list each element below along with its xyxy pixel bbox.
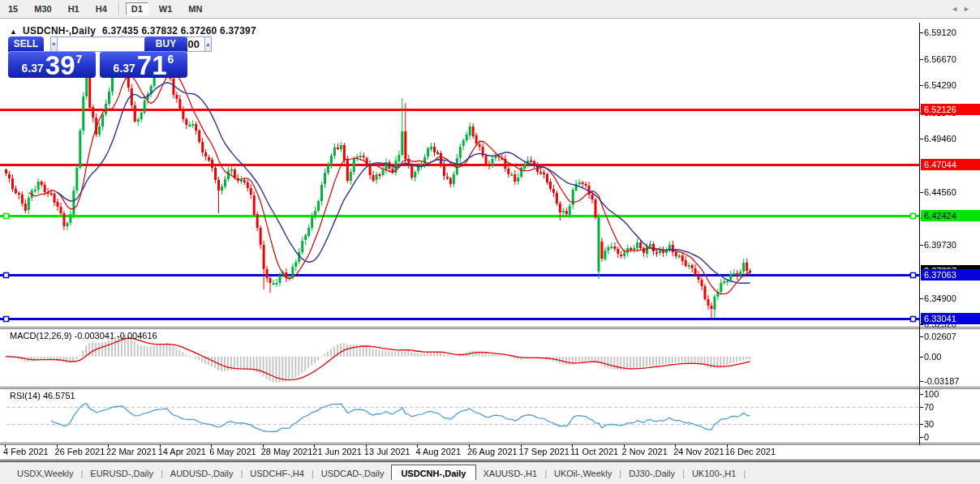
price-axis-tick: 6.54290 [924, 80, 980, 90]
macd-axis-tick: -0.03187 [924, 376, 980, 386]
hline-price-label: 6.47044 [921, 159, 980, 170]
volume-increase-button[interactable]: ▲ [204, 36, 212, 52]
macd-label: MACD(12,26,9) -0.003041 -0.004616 [10, 331, 157, 341]
buy-price-sup: 6 [168, 53, 174, 66]
date-axis-label: 6 May 2021 [209, 447, 256, 456]
buy-price-prefix: 6.37 [114, 62, 135, 75]
buy-price-big: 71 [137, 54, 167, 78]
chart-tab-usdcnh-daily[interactable]: USDCNH-,Daily [391, 465, 475, 482]
hline-price-label: 6.42424 [921, 210, 980, 221]
date-axis-label: 4 Feb 2021 [3, 447, 49, 456]
price-axis-tick: 6.49460 [924, 134, 980, 143]
date-axis-label: 26 Feb 2021 [55, 447, 105, 456]
rsi-axis-tick: 0 [924, 432, 980, 442]
hline-price-label: 6.52126 [921, 104, 980, 115]
hline-price-label: 6.37063 [921, 269, 980, 281]
rsi-axis-tick: 100 [924, 389, 980, 399]
trading-platform-window: 15M30H1H4D1W1MN ▲USDCNH-,Daily6.37435 6.… [0, 0, 980, 484]
sell-price-box[interactable]: 6.37 39 7 [8, 51, 96, 78]
chart-tab-uk100-h1[interactable]: UK100-,H1 [685, 465, 743, 481]
chart-tab-xauusd-h1[interactable]: XAUUSD-,H1 [476, 465, 545, 481]
hline-price-label: 6.33041 [921, 313, 980, 324]
date-axis-label: 24 Nov 2021 [673, 447, 724, 456]
symbol-title: USDCNH-,Daily [23, 25, 96, 36]
bottom-strip [0, 480, 980, 484]
tab-separator: | [743, 469, 746, 481]
sell-price-prefix: 6.37 [22, 62, 44, 75]
chart-tab-usdx-weekly[interactable]: USDX,Weekly [10, 465, 80, 481]
chart-tab-usdcad-daily[interactable]: USDCAD-,Daily [314, 465, 392, 481]
rsi-axis-tick: 70 [924, 402, 980, 412]
collapse-panel-icon[interactable]: ▲ [10, 28, 17, 36]
ohlc-open: 6.37435 [102, 25, 139, 36]
ohlc-low: 6.37260 [181, 25, 217, 36]
ohlc-high: 6.37832 [141, 25, 178, 36]
one-click-trading-panel: SELL ▼ ▲ BUY 6.37 39 7 6.37 71 6 [8, 36, 187, 78]
price-axis-tick: 6.44560 [924, 187, 980, 197]
date-axis-label: 2 Nov 2021 [622, 447, 668, 456]
date-axis-label: 26 Aug 2021 [467, 447, 518, 456]
chart-tab-eurusd-daily[interactable]: EURUSD-,Daily [83, 465, 161, 481]
price-axis-tick: 6.34900 [924, 293, 980, 303]
chart-tab-bar: USDX,Weekly|EURUSD-,Daily|AUDUSD-,Daily|… [0, 461, 980, 482]
chart-tab-audusd-daily[interactable]: AUDUSD-,Daily [163, 465, 241, 481]
date-axis-label: 21 Jun 2021 [312, 447, 362, 456]
macd-axis-tick: 0.02607 [924, 332, 980, 341]
sell-button[interactable]: SELL [8, 36, 44, 52]
tab-scroll-arrows[interactable]: ◄► [951, 5, 975, 13]
date-axis-label: 22 Mar 2021 [106, 447, 157, 456]
date-axis-label: 11 Oct 2021 [570, 447, 618, 456]
date-axis-label: 17 Sep 2021 [519, 447, 570, 456]
date-axis-label: 13 Jul 2021 [364, 447, 410, 456]
rsi-axis-tick: 30 [924, 419, 980, 429]
sell-price-big: 39 [45, 54, 75, 78]
price-axis-tick: 6.56670 [924, 54, 980, 64]
buy-price-box[interactable]: 6.37 71 6 [100, 51, 187, 78]
ohlc-close: 6.37397 [220, 25, 256, 36]
rsi-label: RSI(14) 46.5751 [10, 391, 75, 400]
macd-axis-tick: 0.00 [924, 352, 980, 362]
chart-tab-dj30-daily[interactable]: DJ30-,Daily [621, 465, 682, 481]
price-axis-tick: 6.59120 [924, 28, 980, 37]
chart-symbol-header: ▲USDCNH-,Daily6.37435 6.37832 6.37260 6.… [10, 25, 256, 36]
date-axis-label: 16 Dec 2021 [725, 447, 776, 456]
sell-price-sup: 7 [76, 53, 83, 66]
date-axis-label: 28 May 2021 [261, 447, 313, 456]
date-axis-label: 4 Aug 2021 [415, 447, 461, 456]
chart-tab-ukoil-weekly[interactable]: UKOil-,Weekly [547, 465, 619, 481]
date-axis-label: 14 Apr 2021 [158, 447, 206, 456]
chart-tab-usdchf-h4[interactable]: USDCHF-,H4 [243, 465, 312, 481]
price-axis-tick: 6.39730 [924, 240, 980, 250]
